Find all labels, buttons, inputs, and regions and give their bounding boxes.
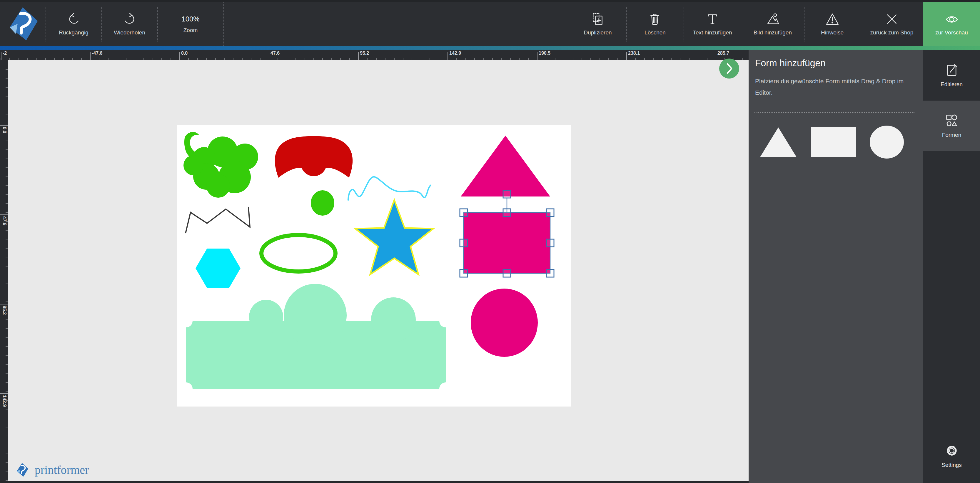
brand-name: printformer (35, 463, 89, 477)
mint-plaque-shape[interactable] (249, 300, 283, 334)
ruler-major-tick (179, 53, 180, 60)
selection-handle[interactable] (546, 209, 554, 217)
ruler-tick (6, 284, 8, 284)
ruler-tick (564, 57, 564, 60)
ruler-tick (6, 87, 8, 88)
ruler-tick (135, 57, 135, 60)
ruler-label: 95.2 (2, 306, 7, 315)
rectangle-template[interactable] (811, 127, 856, 157)
undo-icon (67, 12, 81, 26)
ruler-tick (6, 159, 8, 159)
ruler-tick (6, 212, 8, 213)
ruler-tick (6, 203, 8, 204)
ruler-tick (45, 57, 46, 60)
text-icon (706, 12, 719, 26)
tab-editieren[interactable]: Editieren (923, 50, 980, 100)
ruler-tick (287, 57, 287, 60)
pink-rectangle-shape[interactable] (464, 213, 550, 273)
ruler-tick (635, 57, 636, 60)
green-dot-shape[interactable] (311, 190, 334, 215)
printformer-logo-icon[interactable] (5, 6, 41, 42)
red-fan-shape[interactable] (275, 136, 353, 178)
ruler-tick (6, 472, 8, 472)
selection-handle[interactable] (546, 269, 554, 277)
ruler-tick (260, 57, 261, 60)
ruler-tick (617, 57, 618, 60)
brand-footer: printformer (15, 462, 89, 477)
ruler-tick (54, 57, 55, 60)
settings-button[interactable]: Settings (923, 430, 980, 481)
selection-handle[interactable] (460, 269, 468, 277)
rotation-handle[interactable] (503, 190, 511, 198)
mint-plaque-shape[interactable] (371, 297, 416, 342)
add-text-button[interactable]: Text hinzufügen (684, 7, 741, 41)
ruler-tick (430, 57, 430, 60)
redo-icon (123, 12, 137, 26)
ruler-tick (6, 293, 8, 293)
ruler-major-tick (90, 53, 91, 60)
add-image-button[interactable]: Bild hinzufügen (741, 7, 804, 41)
ruler-major-tick (0, 393, 8, 394)
green-cloud-shape[interactable] (183, 155, 204, 175)
ruler-tick (322, 57, 323, 60)
ruler-tick (188, 57, 189, 60)
hints-button[interactable]: Hinweise (804, 7, 860, 41)
panel-description: Platziere die gewünschte Form mittels Dr… (755, 75, 911, 98)
circle-template[interactable] (869, 125, 904, 159)
selection-handle[interactable] (460, 209, 468, 217)
selection-handle[interactable] (503, 209, 511, 217)
ruler-tick (143, 57, 144, 60)
printformer-editor: Rückgängig Wiederholen 100% Z (0, 0, 980, 483)
ruler-tick (412, 57, 412, 60)
selection-handle[interactable] (503, 269, 511, 277)
panel-divider (754, 112, 915, 113)
ruler-tick (6, 445, 8, 445)
triangle-template[interactable] (759, 126, 798, 159)
ruler-tick (457, 57, 457, 60)
ruler-tick (81, 57, 82, 60)
delete-button[interactable]: Löschen (626, 7, 684, 41)
ruler-tick (6, 114, 8, 115)
undo-label: Rückgängig (59, 29, 88, 36)
duplicate-button[interactable]: Duplizieren (569, 7, 626, 41)
ruler-tick (6, 462, 8, 463)
preview-button[interactable]: zur Vorschau (923, 2, 980, 46)
zoom-in-button[interactable] (207, 15, 216, 24)
ruler-label: 0.0 (181, 51, 188, 56)
printformer-footer-logo-icon (15, 462, 29, 477)
toolbar: Rückgängig Wiederholen 100% Z (0, 2, 980, 46)
warning-icon (826, 12, 839, 26)
tab-formen[interactable]: Formen (923, 100, 980, 151)
ruler-tick (251, 57, 251, 60)
ruler-tick (367, 57, 368, 60)
preview-label: zur Vorschau (935, 29, 968, 36)
pink-circle-shape[interactable] (471, 289, 538, 357)
undo-button[interactable]: Rückgängig (46, 7, 102, 41)
ruler-label: -2 (3, 51, 7, 56)
redo-button[interactable]: Wiederholen (102, 7, 157, 41)
back-to-shop-button[interactable]: zurück zum Shop (860, 7, 923, 41)
ruler-tick (6, 275, 8, 275)
shape-panel: Form hinzufügen Platziere die gewünschte… (749, 50, 923, 483)
ruler-tick (6, 382, 8, 383)
green-cloud-shape[interactable] (207, 174, 230, 198)
ruler-tick (394, 57, 395, 60)
redo-label: Wiederholen (114, 29, 145, 36)
ruler-tick (6, 409, 8, 410)
selection-handle[interactable] (546, 239, 554, 247)
ruler-tick (707, 57, 708, 60)
toolbar-right-group: Duplizieren Löschen Text hinzufügen Bild… (569, 2, 923, 46)
mint-plaque-shape[interactable] (284, 284, 347, 347)
trash-icon (648, 12, 662, 26)
ruler-tick (296, 57, 296, 60)
zoom-out-button[interactable] (165, 15, 174, 24)
ruler-tick (689, 57, 689, 60)
eye-icon (944, 12, 959, 26)
selection-handle[interactable] (460, 239, 468, 247)
ruler-tick (6, 123, 8, 123)
next-page-button[interactable] (719, 59, 739, 78)
ruler-tick (233, 57, 234, 60)
ruler-tick (6, 194, 8, 195)
ruler-major-tick (537, 53, 538, 60)
ruler-tick (72, 57, 73, 60)
